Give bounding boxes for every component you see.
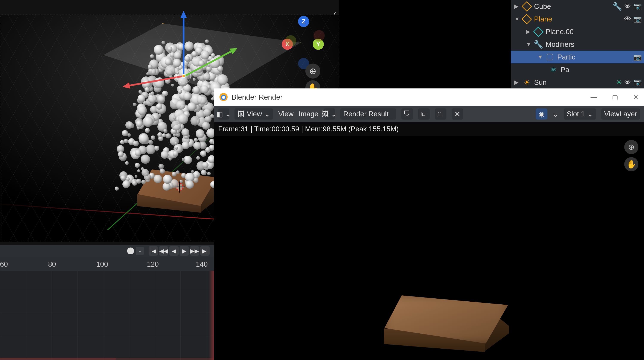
jump-end-button[interactable]: ▶| — [200, 246, 210, 256]
expand-icon[interactable]: ▶ — [514, 3, 520, 10]
prev-key-button[interactable]: ◀◀ — [159, 246, 168, 256]
outliner-label: Sun — [534, 78, 613, 86]
sun-icon: ☀ — [522, 78, 531, 87]
gizmo-origin-dot[interactable] — [182, 74, 186, 78]
render-vis-icon[interactable]: 📷 — [633, 15, 642, 23]
timeline-tracks[interactable] — [0, 271, 215, 360]
open-icon[interactable]: 🗀 — [435, 108, 446, 120]
window-titlebar[interactable]: Blender Render — ▢ ✕ — [214, 88, 644, 106]
blender-logo-icon — [220, 93, 228, 101]
outliner-row-particles[interactable]: ▼ Partic 📷 — [511, 51, 644, 63]
outliner-label: Plane.00 — [546, 28, 644, 36]
zoom-icon[interactable]: ⊕ — [305, 64, 320, 78]
timeline-ruler[interactable]: 60 80 100 120 140 — [0, 257, 215, 271]
playback-controls: |◀ ◀◀ ◀ ▶ ▶▶ ▶| — [148, 246, 210, 256]
outliner-label: Pa — [561, 66, 644, 74]
nav-neg-y[interactable] — [285, 35, 296, 46]
render-vis-icon[interactable]: 📷 — [633, 78, 642, 86]
outliner-label: Cube — [534, 2, 610, 10]
render-canvas[interactable]: ⊕ ✋ — [214, 136, 644, 360]
fake-user-icon[interactable]: ⛉ — [401, 108, 413, 120]
cache-bar — [0, 358, 215, 360]
outliner-row-plane[interactable]: ▼ Plane 👁 📷 — [511, 13, 644, 25]
render-status: Frame:31 | Time:00:00.59 | Mem:98.55M (P… — [214, 122, 644, 136]
pan-icon[interactable]: ✋ — [624, 157, 638, 171]
expand-icon[interactable]: ▶ — [526, 28, 531, 35]
close-button[interactable]: ✕ — [633, 94, 638, 101]
nav-z[interactable]: Z — [298, 16, 309, 27]
next-key-button[interactable]: ▶▶ — [190, 246, 199, 256]
image-editor-toolbar: ◧⌄ 🖼 View ⌄ View Image 🖼⌄ Render Result … — [214, 106, 644, 122]
editor-type-dropdown[interactable]: ◧⌄ — [218, 108, 229, 120]
collapse-right-icon[interactable]: ‹ — [334, 9, 340, 18]
jump-start-button[interactable]: |◀ — [148, 246, 158, 256]
viewlayer-dropdown[interactable]: ViewLayer — [601, 108, 640, 120]
outliner-row-particle-settings[interactable]: ⚛ Pa — [511, 63, 644, 76]
wrench-icon[interactable]: 🔧 — [612, 2, 622, 11]
engine-dropdown-icon[interactable]: ⌄ — [552, 110, 558, 118]
minimize-button[interactable]: — — [590, 94, 597, 101]
visibility-icon[interactable]: 👁 — [624, 78, 631, 86]
outliner-row-plane00[interactable]: ▶ Plane.00 — [511, 25, 644, 38]
render-vis-icon[interactable]: 📷 — [633, 2, 642, 10]
outliner-panel[interactable]: ▶ Cube 🔧 👁 📷 ▼ Plane 👁 📷 ▶ Plane.00 ▼ 🔧 … — [511, 0, 644, 88]
expand-icon[interactable]: ▼ — [538, 54, 543, 60]
visibility-icon[interactable]: 👁 — [624, 15, 631, 23]
render-engine-icon[interactable]: ◉ — [536, 108, 547, 120]
nav-neg-x[interactable] — [314, 30, 325, 41]
window-title: Blender Render — [232, 93, 282, 101]
menu-image[interactable]: Image — [299, 110, 318, 118]
cursor-3d[interactable] — [174, 181, 185, 192]
duplicate-icon[interactable]: ⧉ — [418, 108, 430, 120]
selected-plane[interactable] — [103, 24, 301, 92]
play-reverse-button[interactable]: ◀ — [169, 246, 179, 256]
mesh-icon — [522, 14, 532, 24]
slot-dropdown[interactable]: Slot 1 ⌄ — [564, 108, 596, 120]
render-vis-icon[interactable]: 📷 — [633, 53, 642, 61]
ruler-tick: 100 — [96, 260, 108, 268]
particle-icon — [547, 54, 553, 60]
timeline-panel[interactable]: ⌄ |◀ ◀◀ ◀ ▶ ▶▶ ▶| 60 80 100 120 140 — [0, 245, 215, 360]
render-window[interactable]: Blender Render — ▢ ✕ ◧⌄ 🖼 View ⌄ View Im… — [214, 88, 644, 360]
timeline-header: ⌄ |◀ ◀◀ ◀ ▶ ▶▶ ▶| — [0, 245, 215, 257]
expand-icon[interactable]: ▼ — [526, 41, 531, 48]
visibility-icon[interactable]: 👁 — [624, 2, 631, 10]
particle-settings-icon: ⚛ — [549, 66, 558, 74]
display-mode-dropdown[interactable]: 🖼 View ⌄ — [234, 108, 273, 120]
expand-icon[interactable]: ▶ — [514, 79, 520, 86]
meshdata-icon — [533, 26, 544, 37]
outliner-row-sun[interactable]: ▶ ☀ Sun ✳ 👁 📷 — [511, 76, 644, 89]
autokey-record-icon[interactable] — [127, 248, 134, 254]
gizmo-z-arrow[interactable] — [183, 14, 184, 78]
outliner-label: Modifiers — [546, 40, 644, 48]
zoom-icon[interactable]: ⊕ — [624, 140, 638, 154]
image-name-field[interactable]: Render Result — [340, 108, 396, 120]
ruler-tick: 80 — [48, 260, 56, 268]
ruler-tick: 60 — [0, 260, 8, 268]
outliner-row-modifiers[interactable]: ▼ 🔧 Modifiers — [511, 38, 644, 51]
image-selector-icon[interactable]: 🖼⌄ — [324, 108, 335, 120]
outliner-row-cube[interactable]: ▶ Cube 🔧 👁 📷 — [511, 0, 644, 13]
wrench-icon: 🔧 — [534, 40, 543, 49]
outliner-label: Partic — [557, 53, 630, 61]
maximize-button[interactable]: ▢ — [612, 94, 618, 101]
light-icon[interactable]: ✳ — [616, 78, 622, 86]
expand-icon[interactable]: ▼ — [514, 16, 520, 22]
ruler-tick: 140 — [196, 260, 208, 268]
menu-view[interactable]: View — [278, 110, 294, 118]
mesh-icon — [522, 1, 532, 12]
unlink-icon[interactable]: ✕ — [452, 108, 463, 120]
nav-gizmo[interactable]: Z Y X — [279, 17, 326, 64]
play-button[interactable]: ▶ — [180, 246, 189, 256]
ruler-tick: 120 — [147, 260, 159, 268]
outliner-label: Plane — [534, 15, 621, 23]
keying-dropdown[interactable]: ⌄ — [136, 247, 144, 255]
